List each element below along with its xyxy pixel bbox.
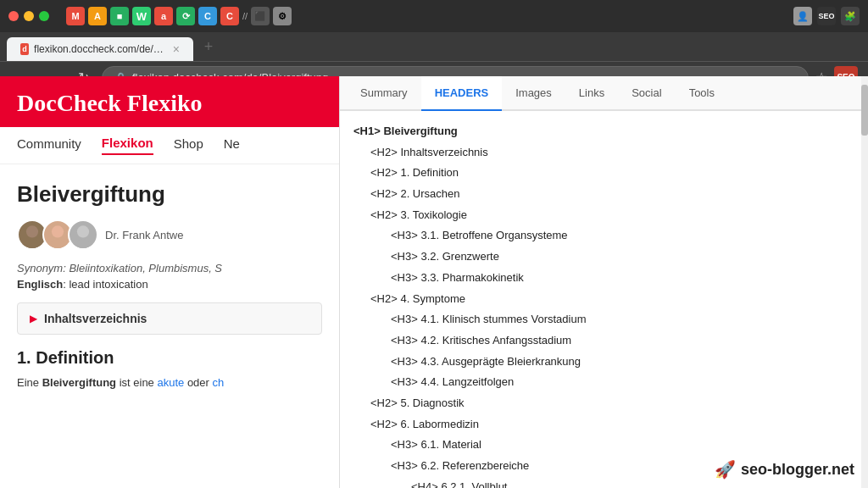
header-item: <H2> 2. Ursachen	[353, 184, 854, 205]
window-controls	[8, 11, 49, 21]
toc-label: Inhaltsverzeichnis	[44, 312, 147, 325]
link-akute[interactable]: akute	[157, 376, 184, 389]
synonym-text: Synonym: Bleiintoxikation, Plumbismus, S	[17, 262, 322, 274]
header-item: <H2> Inhaltsverzeichnis	[353, 142, 854, 164]
header-item: <H3> 4.2. Kritisches Anfangsstadium	[353, 330, 854, 352]
header-item: <H3> 3.2. Grenzwerte	[353, 247, 854, 268]
englisch-label: Englisch	[17, 278, 63, 291]
ext7-icon[interactable]: C	[198, 7, 217, 25]
seo-tabs: Summary HEADERS Images Links Social Tool…	[340, 76, 868, 111]
nav-community[interactable]: Community	[17, 136, 81, 154]
header-item: <H2> 6. Labormedizin	[353, 414, 854, 435]
tab-close[interactable]: ×	[173, 42, 180, 56]
doccheck-header: DocCheck Flexiko	[0, 76, 339, 127]
tab-title: flexikon.doccheck.com/de/Bleivergiftung	[34, 43, 164, 55]
scroll-thumb	[861, 85, 868, 136]
doccheck-logo: DocCheck Flexiko	[17, 90, 322, 117]
section1-heading: 1. Definition	[17, 348, 322, 368]
header-item: <H2> 4. Symptome	[353, 289, 854, 310]
scroll-indicator[interactable]	[861, 76, 868, 488]
ext10-icon[interactable]: ⚙	[273, 7, 292, 25]
header-item: <H2> 5. Diagnostik	[353, 393, 854, 414]
tab-links[interactable]: Links	[565, 76, 618, 111]
seo-headers-content: <H1> Bleivergiftung<H2> Inhaltsverzeichn…	[340, 111, 868, 488]
englisch-value: lead intoxication	[69, 278, 147, 291]
active-tab[interactable]: d flexikon.doccheck.com/de/Bleivergiftun…	[7, 37, 193, 61]
avatar-group	[17, 219, 98, 250]
page-title: Bleivergiftung	[17, 181, 322, 208]
gmail-icon[interactable]: M	[66, 7, 85, 25]
seo-ext-icon[interactable]: SEO	[817, 7, 836, 25]
nav-shop[interactable]: Shop	[174, 136, 203, 154]
header-item: <H2> 1. Definition	[353, 163, 854, 184]
avatar-3	[68, 219, 98, 250]
header-item: <H3> 4.4. Langzeitfolgen	[353, 372, 854, 393]
svg-point-5	[73, 239, 94, 250]
tab-bar: d flexikon.doccheck.com/de/Bleivergiftun…	[0, 32, 868, 61]
toc-arrow-icon: ▶	[30, 313, 37, 324]
ext6-icon[interactable]: ⟳	[176, 7, 195, 25]
svg-point-2	[52, 225, 64, 237]
tab-social[interactable]: Social	[618, 76, 675, 111]
svg-point-4	[77, 225, 89, 237]
header-item: <H3> 4.3. Ausgeprägte Bleierkrankung	[353, 352, 854, 373]
nav-flexikon[interactable]: Flexikon	[102, 136, 153, 155]
toc-box[interactable]: ▶ Inhaltsverzeichnis	[17, 302, 322, 335]
tab-headers[interactable]: HEADERS	[421, 76, 503, 111]
ext3-icon[interactable]: ■	[110, 7, 129, 25]
brand-text: seo-blogger.net	[741, 461, 854, 479]
tab-favicon: d	[20, 43, 29, 55]
englisch-text: Englisch: lead intoxication	[17, 278, 322, 291]
header-item: <H3> 3.3. Pharmakokinetik	[353, 268, 854, 289]
section1-text: Eine Bleivergiftung ist eine akute oder …	[17, 374, 322, 391]
tab-images[interactable]: Images	[502, 76, 565, 111]
bold-word: Bleivergiftung	[42, 376, 116, 389]
svg-point-1	[22, 239, 43, 250]
header-item: <H3> 3.1. Betroffene Organsysteme	[353, 225, 854, 247]
seo-branding: 🚀 seo-blogger.net	[715, 459, 854, 480]
doccheck-body: Bleivergiftung Dr. Frank Antwe Synonym: …	[0, 164, 339, 400]
svg-point-0	[26, 225, 38, 237]
doccheck-nav: Community Flexikon Shop Ne	[0, 127, 339, 164]
title-bar: M A ■ W a ⟳ C C // ⬛ ⚙ 👤 SEO 🧩	[0, 0, 868, 32]
close-button[interactable]	[8, 11, 19, 21]
author-name: Dr. Frank Antwe	[105, 229, 183, 241]
doccheck-page: DocCheck Flexiko Community Flexikon Shop…	[0, 76, 339, 488]
new-tab-button[interactable]: +	[197, 35, 220, 58]
link-ch[interactable]: ch	[213, 376, 225, 389]
authors-row: Dr. Frank Antwe	[17, 219, 322, 250]
svg-point-3	[47, 239, 69, 250]
nav-more[interactable]: Ne	[224, 136, 240, 154]
tab-tools[interactable]: Tools	[676, 76, 728, 111]
ext9-icon[interactable]: ⬛	[251, 7, 270, 25]
ext2-icon[interactable]: A	[88, 7, 107, 25]
maximize-button[interactable]	[39, 11, 49, 21]
minimize-button[interactable]	[24, 11, 34, 21]
profile-icon[interactable]: 👤	[793, 7, 812, 25]
header-item: <H3> 6.1. Material	[353, 435, 854, 456]
ext4-icon[interactable]: W	[132, 7, 151, 25]
tab-summary[interactable]: Summary	[347, 76, 421, 111]
browser-chrome: M A ■ W a ⟳ C C // ⬛ ⚙ 👤 SEO 🧩 d flexiko…	[0, 0, 868, 76]
header-item: <H3> 4.1. Klinisch stummes Vorstadium	[353, 309, 854, 330]
separator: //	[242, 11, 248, 21]
header-item: <H1> Bleivergiftung	[353, 121, 854, 142]
ext5-icon[interactable]: a	[154, 7, 173, 25]
rocket-icon: 🚀	[715, 459, 736, 480]
main-content: DocCheck Flexiko Community Flexikon Shop…	[0, 76, 868, 488]
seo-panel: Summary HEADERS Images Links Social Tool…	[339, 76, 868, 488]
ext-puzzle-icon[interactable]: 🧩	[841, 7, 860, 25]
header-item: <H2> 3. Toxikologie	[353, 205, 854, 226]
ext8-icon[interactable]: C	[220, 7, 239, 25]
